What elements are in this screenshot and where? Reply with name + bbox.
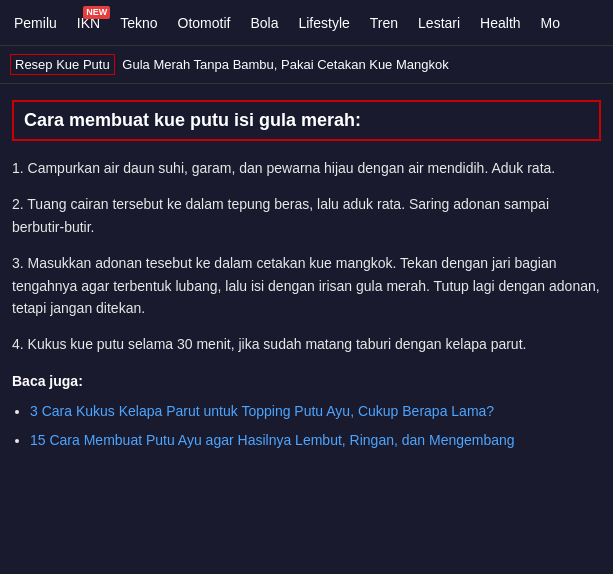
- new-badge: NEW: [83, 6, 110, 19]
- step-3: 3. Masukkan adonan tesebut ke dalam ceta…: [12, 252, 601, 319]
- baca-juga-link-2[interactable]: 15 Cara Membuat Putu Ayu agar Hasilnya L…: [30, 432, 515, 448]
- nav-item-lestari[interactable]: Lestari: [408, 0, 470, 45]
- steps-container: 1. Campurkan air daun suhi, garam, dan p…: [12, 157, 601, 451]
- nav-item-lifestyle[interactable]: Lifestyle: [288, 0, 359, 45]
- step-4: 4. Kukus kue putu selama 30 menit, jika …: [12, 333, 601, 355]
- navbar: PemiluIKNNEWTeknoOtomotifBolaLifestyleTr…: [0, 0, 613, 46]
- nav-item-pemilu[interactable]: Pemilu: [4, 0, 67, 45]
- step-2: 2. Tuang cairan tersebut ke dalam tepung…: [12, 193, 601, 238]
- step-1: 1. Campurkan air daun suhi, garam, dan p…: [12, 157, 601, 179]
- nav-item-ikn[interactable]: IKNNEW: [67, 0, 110, 45]
- baca-juga-link-1[interactable]: 3 Cara Kukus Kelapa Parut untuk Topping …: [30, 403, 494, 419]
- nav-item-bola[interactable]: Bola: [240, 0, 288, 45]
- nav-item-otomotif[interactable]: Otomotif: [168, 0, 241, 45]
- nav-item-mo[interactable]: Mo: [531, 0, 570, 45]
- breadcrumb-current: Gula Merah Tanpa Bambu, Pakai Cetakan Ku…: [122, 57, 448, 72]
- main-content: Cara membuat kue putu isi gula merah: 1.…: [0, 84, 613, 477]
- section-heading: Cara membuat kue putu isi gula merah:: [12, 100, 601, 141]
- breadcrumb-separator: [117, 57, 121, 72]
- baca-juga-item: 15 Cara Membuat Putu Ayu agar Hasilnya L…: [30, 429, 601, 451]
- baca-juga-item: 3 Cara Kukus Kelapa Parut untuk Topping …: [30, 400, 601, 422]
- breadcrumb-link[interactable]: Resep Kue Putu: [10, 54, 115, 75]
- nav-item-health[interactable]: Health: [470, 0, 530, 45]
- baca-juga-label: Baca juga:: [12, 370, 601, 392]
- baca-juga-list: 3 Cara Kukus Kelapa Parut untuk Topping …: [12, 400, 601, 451]
- nav-item-tekno[interactable]: Tekno: [110, 0, 167, 45]
- breadcrumb-bar: Resep Kue Putu Gula Merah Tanpa Bambu, P…: [0, 46, 613, 84]
- nav-item-tren[interactable]: Tren: [360, 0, 408, 45]
